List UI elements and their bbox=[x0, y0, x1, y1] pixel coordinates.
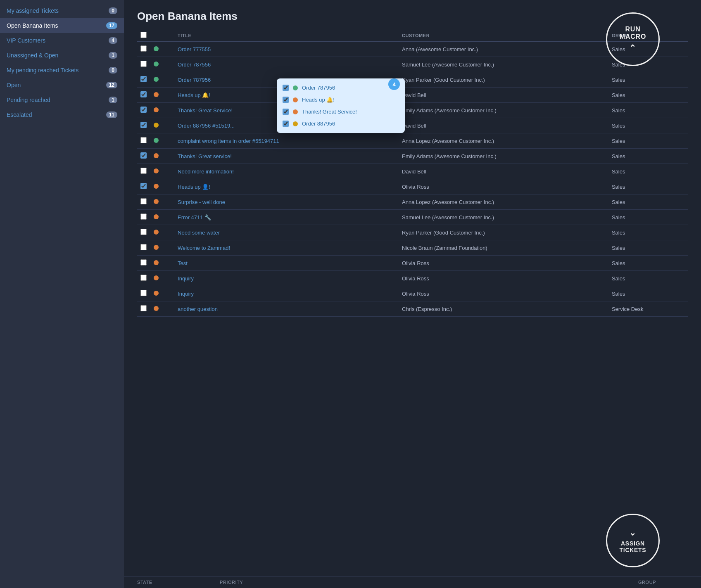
row-checkbox-10[interactable] bbox=[140, 198, 147, 204]
row-checkbox-16[interactable] bbox=[140, 290, 147, 296]
ticket-title-8[interactable]: Need more information! bbox=[178, 168, 234, 175]
ticket-title-1[interactable]: Order 787556 bbox=[178, 62, 211, 68]
ticket-title-3[interactable]: Heads up 🔔! bbox=[178, 92, 210, 98]
assign-tickets-button[interactable]: ⌄ ASSIGN TICKETS bbox=[606, 514, 660, 567]
popup-row-2: Thanks! Great Service! bbox=[277, 106, 405, 118]
sidebar-item-open[interactable]: Open12 bbox=[0, 78, 124, 92]
sidebar-item-badge: 0 bbox=[109, 7, 117, 14]
run-macro-label-line2: MACRO bbox=[620, 33, 646, 40]
status-dot-4 bbox=[154, 107, 159, 112]
run-macro-button[interactable]: RUN MACRO ⌃ bbox=[606, 12, 660, 66]
ticket-title-15[interactable]: Inquiry bbox=[178, 275, 194, 282]
popup-checkbox-2[interactable] bbox=[283, 109, 289, 115]
ticket-title-7[interactable]: Thanks! Great service! bbox=[178, 153, 232, 159]
ticket-title-13[interactable]: Welcome to Zammad! bbox=[178, 245, 230, 251]
sidebar-item-vip-customers[interactable]: VIP Customers4 bbox=[0, 33, 124, 48]
status-dot-3 bbox=[154, 92, 159, 97]
ticket-title-4[interactable]: Thanks! Great Service! bbox=[178, 107, 233, 114]
ticket-group-12: Sales bbox=[608, 225, 688, 240]
ticket-title-9[interactable]: Heads up 👤! bbox=[178, 184, 210, 190]
row-checkbox-9[interactable] bbox=[140, 183, 147, 189]
chevron-up-icon: ⌃ bbox=[629, 43, 637, 53]
popup-dot-0 bbox=[293, 85, 298, 90]
ticket-group-8: Sales bbox=[608, 164, 688, 179]
ticket-title-2[interactable]: Order 787956 bbox=[178, 77, 211, 83]
ticket-customer-8: David Bell bbox=[399, 164, 608, 179]
sidebar-item-escalated[interactable]: Escalated11 bbox=[0, 107, 124, 122]
row-checkbox-0[interactable] bbox=[140, 45, 147, 52]
sidebar-item-pending-reached[interactable]: Pending reached1 bbox=[0, 92, 124, 107]
sidebar-item-badge: 17 bbox=[106, 22, 117, 29]
sidebar-item-open-banana[interactable]: Open Banana Items17 bbox=[0, 18, 124, 33]
sidebar: My assigned Tickets0Open Banana Items17V… bbox=[0, 0, 124, 588]
ticket-title-14[interactable]: Test bbox=[178, 260, 188, 266]
footer-priority: PRIORITY bbox=[220, 580, 638, 585]
sidebar-item-badge: 0 bbox=[109, 67, 117, 74]
status-col-header bbox=[150, 29, 174, 42]
popup-checkbox-0[interactable] bbox=[283, 85, 289, 91]
ticket-customer-6: Anna Lopez (Awesome Customer Inc.) bbox=[399, 133, 608, 149]
row-checkbox-13[interactable] bbox=[140, 244, 147, 250]
popup-dot-3 bbox=[293, 121, 298, 126]
ticket-customer-11: Samuel Lee (Awesome Customer Inc.) bbox=[399, 210, 608, 225]
status-dot-17 bbox=[154, 306, 159, 311]
sidebar-item-my-pending[interactable]: My pending reached Tickets0 bbox=[0, 63, 124, 78]
row-checkbox-6[interactable] bbox=[140, 137, 147, 143]
status-dot-16 bbox=[154, 291, 159, 296]
ticket-title-12[interactable]: Need some water bbox=[178, 230, 220, 236]
row-checkbox-11[interactable] bbox=[140, 213, 147, 220]
status-dot-14 bbox=[154, 260, 159, 265]
customer-col-header: CUSTOMER bbox=[399, 29, 608, 42]
ticket-group-14: Sales bbox=[608, 256, 688, 271]
ticket-title-17[interactable]: another question bbox=[178, 306, 218, 312]
table-row: Welcome to Zammad!Nicole Braun (Zammad F… bbox=[137, 240, 688, 256]
row-checkbox-12[interactable] bbox=[140, 229, 147, 235]
row-checkbox-1[interactable] bbox=[140, 61, 147, 67]
row-checkbox-4[interactable] bbox=[140, 107, 147, 113]
ticket-table: TITLE CUSTOMER GROUP Order 777555Anna (A… bbox=[124, 29, 701, 576]
ticket-customer-7: Emily Adams (Awesome Customer Inc.) bbox=[399, 149, 608, 164]
chevron-down-icon: ⌄ bbox=[629, 528, 637, 538]
popup-checkbox-1[interactable] bbox=[283, 97, 289, 103]
row-checkbox-7[interactable] bbox=[140, 152, 147, 159]
sidebar-item-my-assigned[interactable]: My assigned Tickets0 bbox=[0, 3, 124, 18]
row-checkbox-14[interactable] bbox=[140, 259, 147, 266]
popup-title-1: Heads up 🔔! bbox=[302, 97, 335, 103]
sidebar-item-label: Pending reached bbox=[7, 97, 50, 103]
sidebar-item-badge: 4 bbox=[109, 37, 117, 44]
ticket-customer-2: Ryan Parker (Good Customer Inc.) bbox=[399, 72, 608, 88]
row-checkbox-3[interactable] bbox=[140, 91, 147, 97]
ticket-customer-0: Anna (Awesome Customer Inc.) bbox=[399, 42, 608, 57]
selection-count-badge: 4 bbox=[388, 78, 400, 90]
assign-tickets-label-line2: TICKETS bbox=[620, 547, 646, 553]
table-footer: STATE PRIORITY GROUP bbox=[124, 576, 701, 588]
status-dot-7 bbox=[154, 153, 159, 158]
table-row: Order 777555Anna (Awesome Customer Inc.)… bbox=[137, 42, 688, 57]
row-checkbox-2[interactable] bbox=[140, 76, 147, 82]
popup-title-2: Thanks! Great Service! bbox=[302, 109, 357, 115]
ticket-title-6[interactable]: complaint wrong items in order #55194711 bbox=[178, 138, 279, 144]
ticket-title-11[interactable]: Error 4711 🔧 bbox=[178, 214, 211, 220]
table-row: Error 4711 🔧Samuel Lee (Awesome Customer… bbox=[137, 210, 688, 225]
status-dot-9 bbox=[154, 184, 159, 189]
popup-checkbox-3[interactable] bbox=[283, 121, 289, 127]
sidebar-item-unassigned-open[interactable]: Unassigned & Open1 bbox=[0, 48, 124, 63]
ticket-title-0[interactable]: Order 777555 bbox=[178, 46, 211, 52]
select-all-header[interactable] bbox=[137, 29, 150, 42]
row-checkbox-15[interactable] bbox=[140, 275, 147, 281]
ticket-group-3: Sales bbox=[608, 88, 688, 103]
table-row: Need some waterRyan Parker (Good Custome… bbox=[137, 225, 688, 240]
table-row: Need more information!David BellSales bbox=[137, 164, 688, 179]
ticket-title-10[interactable]: Surprise - well done bbox=[178, 199, 225, 205]
row-checkbox-5[interactable] bbox=[140, 122, 147, 128]
row-checkbox-17[interactable] bbox=[140, 305, 147, 311]
ticket-customer-13: Nicole Braun (Zammad Foundation) bbox=[399, 240, 608, 256]
sidebar-item-badge: 1 bbox=[109, 52, 117, 59]
status-dot-12 bbox=[154, 230, 159, 235]
row-checkbox-8[interactable] bbox=[140, 168, 147, 174]
table-row: Order 887956 #51519...David BellSales bbox=[137, 118, 688, 133]
table-row: Surprise - well doneAnna Lopez (Awesome … bbox=[137, 194, 688, 210]
assign-tickets-label-line1: ASSIGN bbox=[621, 540, 645, 547]
ticket-title-5[interactable]: Order 887956 #51519... bbox=[178, 123, 235, 129]
ticket-title-16[interactable]: Inquiry bbox=[178, 291, 194, 297]
